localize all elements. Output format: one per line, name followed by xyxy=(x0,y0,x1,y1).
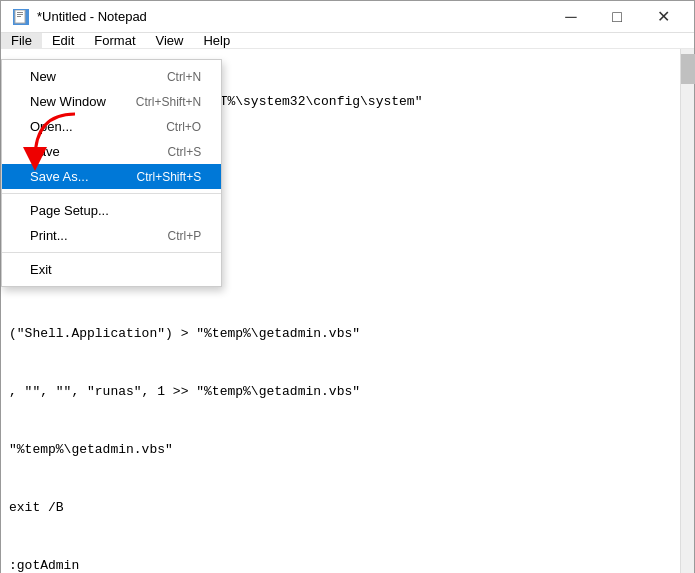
minimize-button[interactable]: ─ xyxy=(548,1,594,33)
scrollbar-vertical[interactable] xyxy=(680,49,694,573)
menu-exit[interactable]: Exit xyxy=(2,257,221,282)
window-title: *Untitled - Notepad xyxy=(37,9,147,24)
menu-print[interactable]: Print... Ctrl+P xyxy=(2,223,221,248)
menu-file[interactable]: File New Ctrl+N New Window Ctrl+Shift+N … xyxy=(1,33,42,48)
svg-rect-3 xyxy=(17,16,21,17)
menu-view[interactable]: View xyxy=(146,33,194,48)
svg-rect-1 xyxy=(17,12,23,13)
menu-bar: File New Ctrl+N New Window Ctrl+Shift+N … xyxy=(1,33,694,49)
menu-save[interactable]: Save Ctrl+S xyxy=(2,139,221,164)
notepad-icon xyxy=(13,9,29,25)
separator-1 xyxy=(2,193,221,194)
editor-line: ("Shell.Application") > "%temp%\getadmin… xyxy=(9,324,686,343)
menu-save-as[interactable]: Save As... Ctrl+Shift+S xyxy=(2,164,221,189)
menu-edit[interactable]: Edit xyxy=(42,33,84,48)
editor-line: "%temp%\getadmin.vbs" xyxy=(9,440,686,459)
editor-line: exit /B xyxy=(9,498,686,517)
svg-rect-2 xyxy=(17,14,23,15)
editor-line: , "", "", "runas", 1 >> "%temp%\getadmin… xyxy=(9,382,686,401)
title-bar-left: *Untitled - Notepad xyxy=(13,9,147,25)
editor-line: :gotAdmin xyxy=(9,556,686,573)
title-bar: *Untitled - Notepad ─ □ ✕ xyxy=(1,1,694,33)
menu-page-setup[interactable]: Page Setup... xyxy=(2,198,221,223)
menu-help[interactable]: Help xyxy=(193,33,240,48)
menu-new[interactable]: New Ctrl+N xyxy=(2,64,221,89)
maximize-button[interactable]: □ xyxy=(594,1,640,33)
menu-format[interactable]: Format xyxy=(84,33,145,48)
scrollbar-thumb[interactable] xyxy=(681,54,695,84)
title-controls: ─ □ ✕ xyxy=(548,1,686,33)
main-window: *Untitled - Notepad ─ □ ✕ File New Ctrl+… xyxy=(0,0,695,573)
menu-new-window[interactable]: New Window Ctrl+Shift+N xyxy=(2,89,221,114)
separator-2 xyxy=(2,252,221,253)
menu-open[interactable]: Open... Ctrl+O xyxy=(2,114,221,139)
file-dropdown: New Ctrl+N New Window Ctrl+Shift+N Open.… xyxy=(1,59,222,287)
close-button[interactable]: ✕ xyxy=(640,1,686,33)
